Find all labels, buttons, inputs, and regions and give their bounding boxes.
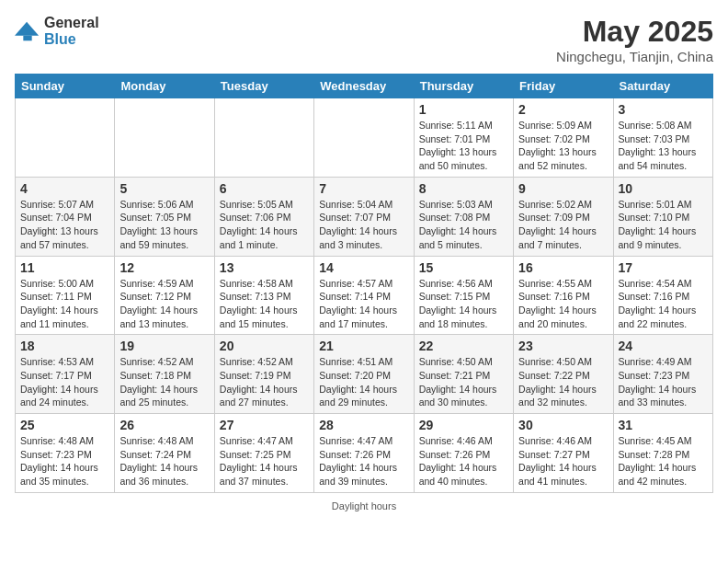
cell-info: Sunrise: 4:47 AM Sunset: 7:26 PM Dayligh… bbox=[319, 434, 408, 488]
footer-note: Daylight hours bbox=[15, 500, 713, 511]
title-block: May 2025 Ningchegu, Tianjin, China bbox=[556, 15, 713, 64]
page-header: General Blue May 2025 Ningchegu, Tianjin… bbox=[15, 15, 713, 64]
day-number: 24 bbox=[619, 339, 708, 353]
cell-info: Sunrise: 5:04 AM Sunset: 7:07 PM Dayligh… bbox=[319, 198, 408, 252]
calendar-body: 1Sunrise: 5:11 AM Sunset: 7:01 PM Daylig… bbox=[16, 98, 713, 493]
cell-info: Sunrise: 4:46 AM Sunset: 7:27 PM Dayligh… bbox=[518, 434, 608, 488]
day-number: 9 bbox=[518, 181, 608, 196]
cal-cell-28: 28Sunrise: 4:47 AM Sunset: 7:26 PM Dayli… bbox=[314, 414, 414, 493]
day-number: 31 bbox=[619, 418, 708, 432]
cal-cell-7: 7Sunrise: 5:04 AM Sunset: 7:07 PM Daylig… bbox=[314, 177, 414, 256]
cell-info: Sunrise: 4:58 AM Sunset: 7:13 PM Dayligh… bbox=[220, 277, 309, 331]
cell-info: Sunrise: 5:11 AM Sunset: 7:01 PM Dayligh… bbox=[419, 119, 508, 173]
cal-cell-13: 13Sunrise: 4:58 AM Sunset: 7:13 PM Dayli… bbox=[214, 256, 313, 335]
cell-info: Sunrise: 5:03 AM Sunset: 7:08 PM Dayligh… bbox=[419, 198, 508, 252]
cal-cell-23: 23Sunrise: 4:50 AM Sunset: 7:22 PM Dayli… bbox=[514, 335, 613, 414]
day-number: 10 bbox=[619, 181, 708, 196]
day-number: 4 bbox=[20, 181, 109, 196]
day-number: 28 bbox=[319, 418, 408, 432]
cell-info: Sunrise: 4:52 AM Sunset: 7:18 PM Dayligh… bbox=[119, 355, 209, 409]
day-number: 5 bbox=[119, 181, 209, 196]
logo-blue: Blue bbox=[44, 31, 99, 48]
cell-info: Sunrise: 4:50 AM Sunset: 7:21 PM Dayligh… bbox=[419, 355, 508, 409]
cal-cell-3: 3Sunrise: 5:08 AM Sunset: 7:03 PM Daylig… bbox=[613, 98, 712, 178]
subtitle: Ningchegu, Tianjin, China bbox=[556, 49, 713, 64]
day-number: 20 bbox=[220, 339, 309, 353]
logo-general: General bbox=[44, 15, 99, 31]
cal-cell-9: 9Sunrise: 5:02 AM Sunset: 7:09 PM Daylig… bbox=[514, 177, 613, 256]
week-row-4: 18Sunrise: 4:53 AM Sunset: 7:17 PM Dayli… bbox=[16, 335, 713, 414]
cal-cell-16: 16Sunrise: 4:55 AM Sunset: 7:16 PM Dayli… bbox=[514, 256, 613, 335]
day-number: 25 bbox=[20, 418, 109, 432]
day-header-friday: Friday bbox=[514, 75, 613, 98]
svg-marker-0 bbox=[15, 21, 39, 35]
day-number: 1 bbox=[419, 102, 508, 117]
cal-cell-30: 30Sunrise: 4:46 AM Sunset: 7:27 PM Dayli… bbox=[514, 414, 613, 493]
main-title: May 2025 bbox=[556, 15, 713, 49]
day-number: 16 bbox=[518, 260, 608, 275]
cell-info: Sunrise: 5:05 AM Sunset: 7:06 PM Dayligh… bbox=[220, 198, 309, 252]
cal-cell-20: 20Sunrise: 4:52 AM Sunset: 7:19 PM Dayli… bbox=[214, 335, 313, 414]
week-row-5: 25Sunrise: 4:48 AM Sunset: 7:23 PM Dayli… bbox=[16, 414, 713, 493]
logo: General Blue bbox=[15, 15, 99, 47]
empty-cell bbox=[214, 98, 313, 178]
day-number: 12 bbox=[119, 260, 209, 275]
cal-cell-18: 18Sunrise: 4:53 AM Sunset: 7:17 PM Dayli… bbox=[16, 335, 115, 414]
cal-cell-6: 6Sunrise: 5:05 AM Sunset: 7:06 PM Daylig… bbox=[214, 177, 313, 256]
empty-cell bbox=[314, 98, 414, 178]
logo-text: General Blue bbox=[44, 15, 99, 47]
week-row-2: 4Sunrise: 5:07 AM Sunset: 7:04 PM Daylig… bbox=[16, 177, 713, 256]
day-header-wednesday: Wednesday bbox=[314, 75, 414, 98]
svg-rect-1 bbox=[23, 35, 31, 40]
cell-info: Sunrise: 5:02 AM Sunset: 7:09 PM Dayligh… bbox=[518, 198, 608, 252]
calendar-header-row: SundayMondayTuesdayWednesdayThursdayFrid… bbox=[16, 75, 713, 98]
day-number: 14 bbox=[319, 260, 408, 275]
day-number: 15 bbox=[419, 260, 508, 275]
day-number: 17 bbox=[619, 260, 708, 275]
cal-cell-24: 24Sunrise: 4:49 AM Sunset: 7:23 PM Dayli… bbox=[613, 335, 712, 414]
day-header-sunday: Sunday bbox=[16, 75, 115, 98]
day-header-tuesday: Tuesday bbox=[214, 75, 313, 98]
cell-info: Sunrise: 5:07 AM Sunset: 7:04 PM Dayligh… bbox=[20, 198, 109, 252]
day-number: 22 bbox=[419, 339, 508, 353]
day-number: 30 bbox=[518, 418, 608, 432]
cell-info: Sunrise: 4:50 AM Sunset: 7:22 PM Dayligh… bbox=[518, 355, 608, 409]
calendar-table: SundayMondayTuesdayWednesdayThursdayFrid… bbox=[15, 74, 713, 493]
cell-info: Sunrise: 4:54 AM Sunset: 7:16 PM Dayligh… bbox=[619, 277, 708, 331]
cal-cell-4: 4Sunrise: 5:07 AM Sunset: 7:04 PM Daylig… bbox=[16, 177, 115, 256]
cell-info: Sunrise: 4:51 AM Sunset: 7:20 PM Dayligh… bbox=[319, 355, 408, 409]
cell-info: Sunrise: 5:00 AM Sunset: 7:11 PM Dayligh… bbox=[20, 277, 109, 331]
cal-cell-11: 11Sunrise: 5:00 AM Sunset: 7:11 PM Dayli… bbox=[16, 256, 115, 335]
cal-cell-15: 15Sunrise: 4:56 AM Sunset: 7:15 PM Dayli… bbox=[414, 256, 513, 335]
day-number: 8 bbox=[419, 181, 508, 196]
day-number: 18 bbox=[20, 339, 109, 353]
day-number: 2 bbox=[518, 102, 608, 117]
cell-info: Sunrise: 4:48 AM Sunset: 7:23 PM Dayligh… bbox=[20, 434, 109, 488]
cal-cell-21: 21Sunrise: 4:51 AM Sunset: 7:20 PM Dayli… bbox=[314, 335, 414, 414]
cal-cell-5: 5Sunrise: 5:06 AM Sunset: 7:05 PM Daylig… bbox=[115, 177, 214, 256]
cell-info: Sunrise: 4:45 AM Sunset: 7:28 PM Dayligh… bbox=[619, 434, 708, 488]
cell-info: Sunrise: 4:46 AM Sunset: 7:26 PM Dayligh… bbox=[419, 434, 508, 488]
cal-cell-8: 8Sunrise: 5:03 AM Sunset: 7:08 PM Daylig… bbox=[414, 177, 513, 256]
empty-cell bbox=[115, 98, 214, 178]
cal-cell-27: 27Sunrise: 4:47 AM Sunset: 7:25 PM Dayli… bbox=[214, 414, 313, 493]
cell-info: Sunrise: 4:56 AM Sunset: 7:15 PM Dayligh… bbox=[419, 277, 508, 331]
day-header-monday: Monday bbox=[115, 75, 214, 98]
cal-cell-29: 29Sunrise: 4:46 AM Sunset: 7:26 PM Dayli… bbox=[414, 414, 513, 493]
day-number: 29 bbox=[419, 418, 508, 432]
day-number: 21 bbox=[319, 339, 408, 353]
cell-info: Sunrise: 4:48 AM Sunset: 7:24 PM Dayligh… bbox=[119, 434, 209, 488]
cell-info: Sunrise: 5:01 AM Sunset: 7:10 PM Dayligh… bbox=[619, 198, 708, 252]
cal-cell-26: 26Sunrise: 4:48 AM Sunset: 7:24 PM Dayli… bbox=[115, 414, 214, 493]
cal-cell-31: 31Sunrise: 4:45 AM Sunset: 7:28 PM Dayli… bbox=[613, 414, 712, 493]
week-row-3: 11Sunrise: 5:00 AM Sunset: 7:11 PM Dayli… bbox=[16, 256, 713, 335]
cal-cell-10: 10Sunrise: 5:01 AM Sunset: 7:10 PM Dayli… bbox=[613, 177, 712, 256]
cell-info: Sunrise: 5:06 AM Sunset: 7:05 PM Dayligh… bbox=[119, 198, 209, 252]
cal-cell-12: 12Sunrise: 4:59 AM Sunset: 7:12 PM Dayli… bbox=[115, 256, 214, 335]
cell-info: Sunrise: 4:59 AM Sunset: 7:12 PM Dayligh… bbox=[119, 277, 209, 331]
cell-info: Sunrise: 4:52 AM Sunset: 7:19 PM Dayligh… bbox=[220, 355, 309, 409]
cal-cell-19: 19Sunrise: 4:52 AM Sunset: 7:18 PM Dayli… bbox=[115, 335, 214, 414]
cell-info: Sunrise: 4:57 AM Sunset: 7:14 PM Dayligh… bbox=[319, 277, 408, 331]
day-number: 26 bbox=[119, 418, 209, 432]
day-number: 27 bbox=[220, 418, 309, 432]
